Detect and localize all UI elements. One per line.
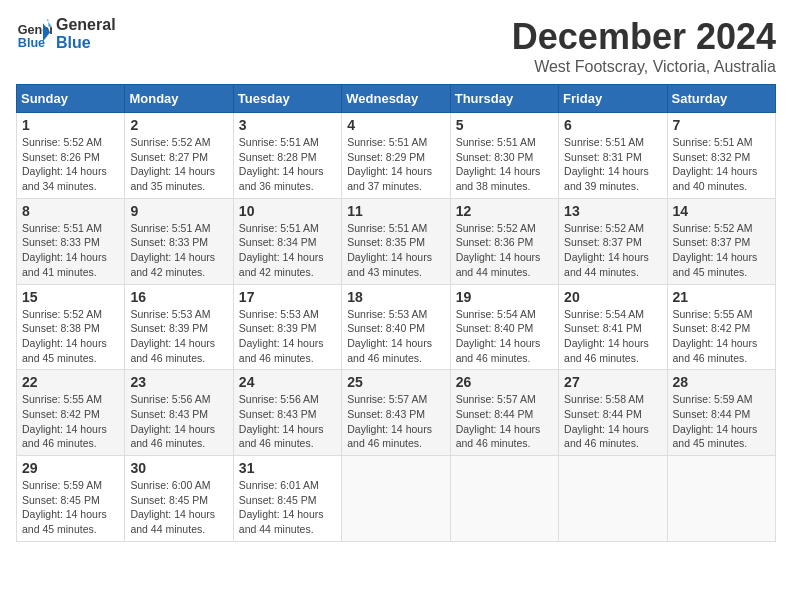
calendar-cell: 20 Sunrise: 5:54 AMSunset: 8:41 PMDaylig…: [559, 284, 667, 370]
calendar-cell: 16 Sunrise: 5:53 AMSunset: 8:39 PMDaylig…: [125, 284, 233, 370]
calendar-cell: 23 Sunrise: 5:56 AMSunset: 8:43 PMDaylig…: [125, 370, 233, 456]
day-info: Sunrise: 5:51 AMSunset: 8:32 PMDaylight:…: [673, 135, 770, 194]
calendar-cell: 9 Sunrise: 5:51 AMSunset: 8:33 PMDayligh…: [125, 198, 233, 284]
day-info: Sunrise: 5:51 AMSunset: 8:29 PMDaylight:…: [347, 135, 444, 194]
calendar-cell: [450, 456, 558, 542]
day-number: 9: [130, 203, 227, 219]
day-number: 13: [564, 203, 661, 219]
calendar-cell: 21 Sunrise: 5:55 AMSunset: 8:42 PMDaylig…: [667, 284, 775, 370]
day-number: 24: [239, 374, 336, 390]
calendar-week-2: 8 Sunrise: 5:51 AMSunset: 8:33 PMDayligh…: [17, 198, 776, 284]
day-info: Sunrise: 5:56 AMSunset: 8:43 PMDaylight:…: [130, 392, 227, 451]
day-number: 28: [673, 374, 770, 390]
calendar-cell: 12 Sunrise: 5:52 AMSunset: 8:36 PMDaylig…: [450, 198, 558, 284]
header-sunday: Sunday: [17, 85, 125, 113]
day-number: 11: [347, 203, 444, 219]
day-info: Sunrise: 5:58 AMSunset: 8:44 PMDaylight:…: [564, 392, 661, 451]
calendar-header-row: SundayMondayTuesdayWednesdayThursdayFrid…: [17, 85, 776, 113]
calendar-cell: 17 Sunrise: 5:53 AMSunset: 8:39 PMDaylig…: [233, 284, 341, 370]
day-info: Sunrise: 5:52 AMSunset: 8:36 PMDaylight:…: [456, 221, 553, 280]
day-info: Sunrise: 5:54 AMSunset: 8:40 PMDaylight:…: [456, 307, 553, 366]
day-info: Sunrise: 5:51 AMSunset: 8:31 PMDaylight:…: [564, 135, 661, 194]
day-number: 26: [456, 374, 553, 390]
day-number: 18: [347, 289, 444, 305]
day-number: 23: [130, 374, 227, 390]
logo-text-general: General: [56, 16, 116, 34]
day-number: 2: [130, 117, 227, 133]
day-number: 27: [564, 374, 661, 390]
day-info: Sunrise: 5:52 AMSunset: 8:27 PMDaylight:…: [130, 135, 227, 194]
day-number: 6: [564, 117, 661, 133]
day-info: Sunrise: 5:55 AMSunset: 8:42 PMDaylight:…: [22, 392, 119, 451]
calendar-cell: 25 Sunrise: 5:57 AMSunset: 8:43 PMDaylig…: [342, 370, 450, 456]
day-number: 12: [456, 203, 553, 219]
day-info: Sunrise: 5:52 AMSunset: 8:38 PMDaylight:…: [22, 307, 119, 366]
day-info: Sunrise: 5:57 AMSunset: 8:43 PMDaylight:…: [347, 392, 444, 451]
day-info: Sunrise: 5:51 AMSunset: 8:33 PMDaylight:…: [130, 221, 227, 280]
calendar-cell: 24 Sunrise: 5:56 AMSunset: 8:43 PMDaylig…: [233, 370, 341, 456]
calendar-cell: 8 Sunrise: 5:51 AMSunset: 8:33 PMDayligh…: [17, 198, 125, 284]
calendar-cell: 10 Sunrise: 5:51 AMSunset: 8:34 PMDaylig…: [233, 198, 341, 284]
day-info: Sunrise: 5:59 AMSunset: 8:44 PMDaylight:…: [673, 392, 770, 451]
logo: General Blue General Blue: [16, 16, 116, 52]
day-info: Sunrise: 5:54 AMSunset: 8:41 PMDaylight:…: [564, 307, 661, 366]
day-info: Sunrise: 5:57 AMSunset: 8:44 PMDaylight:…: [456, 392, 553, 451]
calendar-cell: [667, 456, 775, 542]
calendar-cell: 7 Sunrise: 5:51 AMSunset: 8:32 PMDayligh…: [667, 113, 775, 199]
day-number: 22: [22, 374, 119, 390]
day-number: 30: [130, 460, 227, 476]
day-number: 31: [239, 460, 336, 476]
day-info: Sunrise: 5:53 AMSunset: 8:39 PMDaylight:…: [239, 307, 336, 366]
day-info: Sunrise: 5:51 AMSunset: 8:34 PMDaylight:…: [239, 221, 336, 280]
day-number: 7: [673, 117, 770, 133]
calendar-cell: [559, 456, 667, 542]
day-number: 5: [456, 117, 553, 133]
calendar-cell: 15 Sunrise: 5:52 AMSunset: 8:38 PMDaylig…: [17, 284, 125, 370]
day-info: Sunrise: 5:52 AMSunset: 8:26 PMDaylight:…: [22, 135, 119, 194]
calendar-cell: 18 Sunrise: 5:53 AMSunset: 8:40 PMDaylig…: [342, 284, 450, 370]
calendar-cell: 11 Sunrise: 5:51 AMSunset: 8:35 PMDaylig…: [342, 198, 450, 284]
calendar-cell: 31 Sunrise: 6:01 AMSunset: 8:45 PMDaylig…: [233, 456, 341, 542]
day-number: 10: [239, 203, 336, 219]
logo-icon: General Blue: [16, 16, 52, 52]
header-friday: Friday: [559, 85, 667, 113]
calendar-cell: 29 Sunrise: 5:59 AMSunset: 8:45 PMDaylig…: [17, 456, 125, 542]
day-info: Sunrise: 5:52 AMSunset: 8:37 PMDaylight:…: [564, 221, 661, 280]
day-number: 20: [564, 289, 661, 305]
calendar-week-1: 1 Sunrise: 5:52 AMSunset: 8:26 PMDayligh…: [17, 113, 776, 199]
day-info: Sunrise: 6:00 AMSunset: 8:45 PMDaylight:…: [130, 478, 227, 537]
day-info: Sunrise: 5:55 AMSunset: 8:42 PMDaylight:…: [673, 307, 770, 366]
day-info: Sunrise: 5:52 AMSunset: 8:37 PMDaylight:…: [673, 221, 770, 280]
calendar-week-5: 29 Sunrise: 5:59 AMSunset: 8:45 PMDaylig…: [17, 456, 776, 542]
header-thursday: Thursday: [450, 85, 558, 113]
calendar-week-4: 22 Sunrise: 5:55 AMSunset: 8:42 PMDaylig…: [17, 370, 776, 456]
day-info: Sunrise: 5:51 AMSunset: 8:33 PMDaylight:…: [22, 221, 119, 280]
day-number: 16: [130, 289, 227, 305]
calendar-cell: 30 Sunrise: 6:00 AMSunset: 8:45 PMDaylig…: [125, 456, 233, 542]
day-number: 3: [239, 117, 336, 133]
header-saturday: Saturday: [667, 85, 775, 113]
calendar-cell: 13 Sunrise: 5:52 AMSunset: 8:37 PMDaylig…: [559, 198, 667, 284]
calendar-cell: 19 Sunrise: 5:54 AMSunset: 8:40 PMDaylig…: [450, 284, 558, 370]
calendar-cell: 2 Sunrise: 5:52 AMSunset: 8:27 PMDayligh…: [125, 113, 233, 199]
day-number: 17: [239, 289, 336, 305]
month-title: December 2024: [512, 16, 776, 58]
calendar-cell: 4 Sunrise: 5:51 AMSunset: 8:29 PMDayligh…: [342, 113, 450, 199]
day-number: 1: [22, 117, 119, 133]
header-wednesday: Wednesday: [342, 85, 450, 113]
day-info: Sunrise: 5:59 AMSunset: 8:45 PMDaylight:…: [22, 478, 119, 537]
day-info: Sunrise: 5:51 AMSunset: 8:30 PMDaylight:…: [456, 135, 553, 194]
calendar-week-3: 15 Sunrise: 5:52 AMSunset: 8:38 PMDaylig…: [17, 284, 776, 370]
day-number: 25: [347, 374, 444, 390]
calendar-cell: 28 Sunrise: 5:59 AMSunset: 8:44 PMDaylig…: [667, 370, 775, 456]
calendar-cell: [342, 456, 450, 542]
day-number: 29: [22, 460, 119, 476]
location-subtitle: West Footscray, Victoria, Australia: [512, 58, 776, 76]
day-info: Sunrise: 5:53 AMSunset: 8:39 PMDaylight:…: [130, 307, 227, 366]
svg-text:Blue: Blue: [18, 36, 45, 50]
calendar-cell: 6 Sunrise: 5:51 AMSunset: 8:31 PMDayligh…: [559, 113, 667, 199]
calendar-cell: 1 Sunrise: 5:52 AMSunset: 8:26 PMDayligh…: [17, 113, 125, 199]
calendar-cell: 14 Sunrise: 5:52 AMSunset: 8:37 PMDaylig…: [667, 198, 775, 284]
calendar-cell: 26 Sunrise: 5:57 AMSunset: 8:44 PMDaylig…: [450, 370, 558, 456]
logo-text-blue: Blue: [56, 34, 116, 52]
